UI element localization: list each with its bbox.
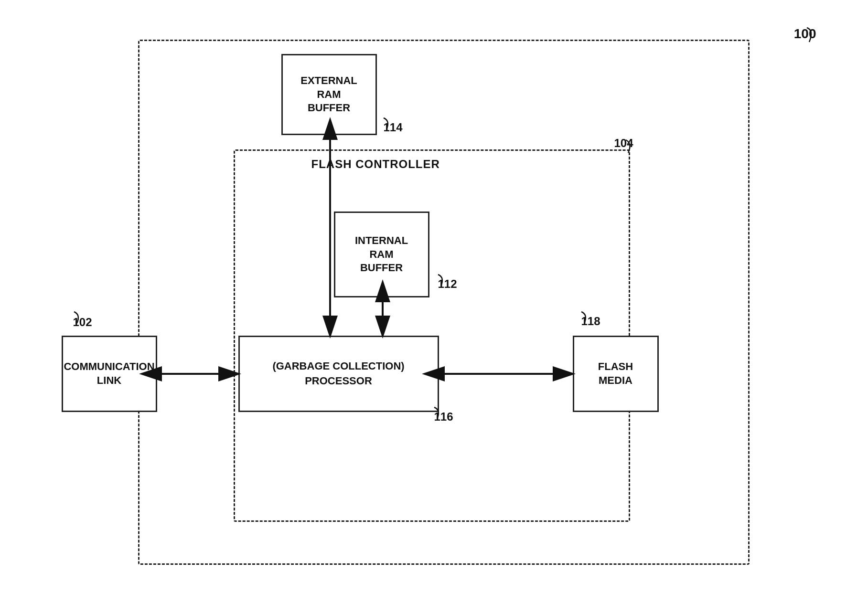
gc-processor-box: (GARBAGE COLLECTION)PROCESSOR bbox=[238, 336, 439, 412]
external-ram-buffer-box: EXTERNALRAMBUFFER bbox=[281, 54, 377, 135]
ref-114-bracket bbox=[373, 116, 392, 130]
ref-100-bracket bbox=[788, 25, 816, 49]
ref-118-bracket bbox=[571, 310, 590, 324]
ref-104-bracket bbox=[611, 138, 635, 157]
flash-media-label: FLASHMEDIA bbox=[598, 360, 633, 387]
external-ram-buffer-label: EXTERNALRAMBUFFER bbox=[300, 74, 357, 115]
communication-link-box: COMMUNICATIONLINK bbox=[62, 336, 157, 412]
internal-ram-buffer-label: INTERNALRAMBUFFER bbox=[355, 234, 408, 275]
ref-116-bracket bbox=[424, 405, 443, 420]
gc-processor-label: (GARBAGE COLLECTION)PROCESSOR bbox=[272, 359, 404, 389]
flash-media-box: FLASHMEDIA bbox=[573, 336, 659, 412]
ref-112-bracket bbox=[428, 273, 447, 287]
diagram: 100 FLASH CONTROLLER 104 EXTERNALRAMBUFF… bbox=[52, 25, 816, 589]
communication-link-label: COMMUNICATIONLINK bbox=[64, 360, 154, 387]
ref-102-bracket bbox=[64, 310, 83, 324]
internal-ram-buffer-box: INTERNALRAMBUFFER bbox=[334, 212, 429, 297]
flash-controller-label: FLASH CONTROLLER bbox=[311, 158, 440, 171]
